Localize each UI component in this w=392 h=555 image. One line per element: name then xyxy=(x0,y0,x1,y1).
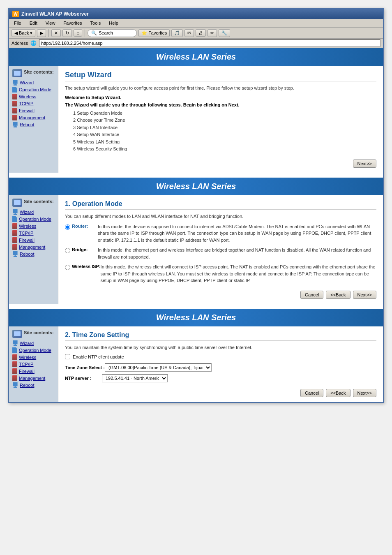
p2-firewall-icon xyxy=(12,237,17,243)
tools-toolbar-button[interactable]: 🔧 xyxy=(219,29,230,37)
panel2-next-button[interactable]: Next>> xyxy=(353,291,376,299)
router-mode-label: Router: xyxy=(65,223,98,244)
address-input[interactable] xyxy=(39,39,380,47)
step-5: 5 Wireless LAN Setting xyxy=(73,139,376,146)
p3-sidebar-item-wireless[interactable]: Wireless xyxy=(12,354,55,360)
panel1-main: Setup Wizard The setup wizard will guide… xyxy=(58,66,383,173)
mail-button[interactable]: ✉ xyxy=(184,29,194,37)
search-box[interactable]: 🔍 Search xyxy=(88,29,137,37)
back-arrow-icon: ◀ xyxy=(14,30,18,36)
favorites-toolbar-button[interactable]: ⭐ Favorites xyxy=(138,29,170,37)
sidebar-item-wireless[interactable]: Wireless xyxy=(12,94,55,99)
panel2-intro: You can setup different modes to LAN and… xyxy=(65,213,376,220)
p3-sidebar-item-firewall[interactable]: Firewall xyxy=(12,368,55,374)
p3-sidebar-item-tcpip[interactable]: TCP/IP xyxy=(12,361,55,367)
sidebar-item-operation[interactable]: Operation Mode xyxy=(12,87,55,92)
browser-toolbar: ◀ Back ▾ ▶ ✕ ↻ ⌂ 🔍 Search ⭐ Favorites 🎵 … xyxy=(9,28,383,39)
browser-window: W Zinwell WLAN AP Webserver File Edit Vi… xyxy=(8,8,384,403)
ntp-checkbox-label: Enable NTP client update xyxy=(73,354,124,359)
p2-sidebar-item-management[interactable]: Management xyxy=(12,244,55,250)
panel3-main: 2. Time Zone Setting You can maintain th… xyxy=(58,326,383,402)
p2-wizard-icon xyxy=(12,209,18,215)
p3-firewall-icon xyxy=(12,368,17,374)
ntp-checkbox[interactable] xyxy=(65,354,70,359)
address-page-icon: 🌐 xyxy=(30,40,37,46)
panel3-cancel-button[interactable]: Cancel xyxy=(300,389,323,397)
panel3-back-button[interactable]: <<Back xyxy=(326,389,350,397)
p2-sidebar-item-tcpip[interactable]: TCP/IP xyxy=(12,230,55,236)
panel1-container: Wireless LAN Series Site contents: Wizar… xyxy=(9,48,383,173)
panel1-sidebar: Site contents: Wizard Operation Mode Wir… xyxy=(9,66,58,173)
p2-tcpip-icon xyxy=(12,230,17,236)
address-label: Address xyxy=(12,41,28,46)
panel2-container: Wireless LAN Series Site contents: Wizar… xyxy=(9,178,383,304)
panel2-back-button[interactable]: <<Back xyxy=(326,291,350,299)
ntp-server-label: NTP server : xyxy=(65,376,102,381)
menu-help[interactable]: Help xyxy=(107,20,120,26)
sidebar-item-reboot[interactable]: Reboot xyxy=(12,122,55,127)
p3-sidebar-item-reboot[interactable]: Reboot xyxy=(12,382,55,388)
wisp-radio[interactable] xyxy=(65,265,70,270)
timezone-select[interactable]: (GMT-08:00)Pacific Time (US & Canada); T… xyxy=(105,363,212,372)
menu-tools[interactable]: Tools xyxy=(89,20,103,26)
panel1-body: Site contents: Wizard Operation Mode Wir… xyxy=(9,66,383,173)
sidebar-item-tcpip[interactable]: TCP/IP xyxy=(12,101,55,106)
panel3-body: Site contents: Wizard Operation Mode Wir… xyxy=(9,326,383,402)
home-button[interactable]: ⌂ xyxy=(74,29,82,37)
media-button[interactable]: 🎵 xyxy=(171,29,183,37)
panel3-container: Wireless LAN Series Site contents: Wizar… xyxy=(9,309,383,402)
sidebar-item-wizard[interactable]: Wizard xyxy=(12,80,55,86)
menu-favorites[interactable]: Favorites xyxy=(62,20,83,26)
panel1-next-button[interactable]: Next>> xyxy=(353,160,376,168)
p2-sidebar-item-wizard[interactable]: Wizard xyxy=(12,209,55,215)
wisp-mode-row: Wireless ISP: In this mode, the wireless… xyxy=(65,264,376,284)
wisp-mode-label: Wireless ISP: xyxy=(65,264,101,284)
p3-sidebar-item-wizard[interactable]: Wizard xyxy=(12,340,55,346)
p2-sidebar-item-operation[interactable]: Operation Mode xyxy=(12,216,55,222)
router-icon xyxy=(12,69,22,77)
panel2-buttons: Cancel <<Back Next>> xyxy=(65,288,376,299)
edit-toolbar-button[interactable]: ✏ xyxy=(208,29,217,37)
p3-sidebar-item-management[interactable]: Management xyxy=(12,375,55,381)
panel2-body: Site contents: Wizard Operation Mode Wir… xyxy=(9,195,383,304)
sidebar-item-management[interactable]: Management xyxy=(12,115,55,120)
sidebar-item-firewall[interactable]: Firewall xyxy=(12,108,55,113)
panel3-header: Wireless LAN Series xyxy=(9,309,383,326)
bridge-radio[interactable] xyxy=(65,248,70,253)
panel1-buttons: Next>> xyxy=(65,157,376,168)
panel1-sidebar-title: Site contents: xyxy=(24,69,54,74)
bridge-mode-desc: In this mode, the ethernet port and wire… xyxy=(98,247,376,260)
panel3-next-button[interactable]: Next>> xyxy=(353,389,376,397)
panel2-cancel-button[interactable]: Cancel xyxy=(300,291,323,299)
panel2-title: 1. Operation Mode xyxy=(65,200,376,210)
menu-file[interactable]: File xyxy=(12,20,23,26)
p3-wireless-icon xyxy=(12,354,17,360)
forward-button[interactable]: ▶ xyxy=(37,29,46,37)
toolbar-separator xyxy=(48,29,49,37)
panel1-steps: 1 Setup Operation Mode 2 Choose your Tim… xyxy=(65,110,376,153)
ntp-server-select[interactable]: 192.5.41.41 - North America xyxy=(102,374,168,382)
p2-sidebar-item-wireless[interactable]: Wireless xyxy=(12,223,55,229)
dropdown-arrow-icon: ▾ xyxy=(30,30,32,36)
timezone-row: Time Zone Select : (GMT-08:00)Pacific Ti… xyxy=(65,363,376,372)
management-icon xyxy=(12,115,17,120)
panel3-sidebar: Site contents: Wizard Operation Mode Wir… xyxy=(9,326,58,402)
print-button[interactable]: 🖨 xyxy=(196,29,206,37)
step-6: 6 Wireless Security Setting xyxy=(73,146,376,153)
router-radio[interactable] xyxy=(65,224,70,230)
router-icon2 xyxy=(12,199,22,207)
p3-sidebar-item-operation[interactable]: Operation Mode xyxy=(12,347,55,353)
p3-operation-icon xyxy=(12,347,17,353)
tcpip-icon xyxy=(12,101,17,106)
menu-edit[interactable]: Edit xyxy=(28,20,39,26)
p2-sidebar-item-firewall[interactable]: Firewall xyxy=(12,237,55,243)
refresh-button[interactable]: ↻ xyxy=(62,29,72,37)
router-icon3 xyxy=(12,330,22,338)
p2-sidebar-item-reboot[interactable]: Reboot xyxy=(12,251,55,257)
menu-view[interactable]: View xyxy=(44,20,57,26)
bridge-mode-row: Bridge: In this mode, the ethernet port … xyxy=(65,247,376,260)
back-button[interactable]: ◀ Back ▾ xyxy=(12,29,35,37)
panel2-sidebar: Site contents: Wizard Operation Mode Wir… xyxy=(9,195,58,304)
stop-button[interactable]: ✕ xyxy=(51,29,61,37)
panel3-buttons: Cancel <<Back Next>> xyxy=(65,386,376,397)
